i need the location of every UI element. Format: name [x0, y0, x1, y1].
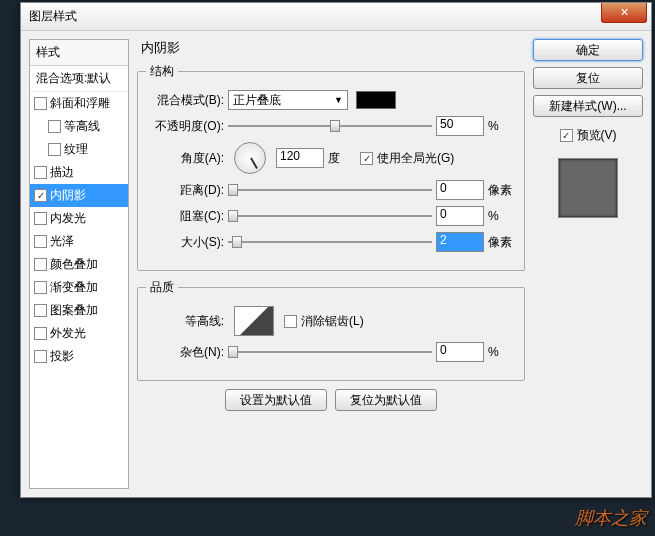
ok-button[interactable]: 确定 [533, 39, 643, 61]
opacity-label: 不透明度(O): [146, 118, 224, 135]
style-checkbox[interactable] [34, 304, 47, 317]
style-checkbox[interactable] [34, 258, 47, 271]
size-input[interactable]: 2 [436, 232, 484, 252]
style-label: 纹理 [64, 141, 88, 158]
style-item[interactable]: 内发光 [30, 207, 128, 230]
size-label: 大小(S): [146, 234, 224, 251]
style-checkbox[interactable] [34, 97, 47, 110]
global-light-label: 使用全局光(G) [377, 150, 454, 167]
contour-picker[interactable] [234, 306, 274, 336]
style-item[interactable]: 描边 [30, 161, 128, 184]
styles-list: 样式 混合选项:默认 斜面和浮雕等高线纹理描边内阴影内发光光泽颜色叠加渐变叠加图… [29, 39, 129, 489]
style-checkbox[interactable] [34, 166, 47, 179]
blend-mode-combo[interactable]: 正片叠底 ▼ [228, 90, 348, 110]
noise-input[interactable]: 0 [436, 342, 484, 362]
style-item[interactable]: 投影 [30, 345, 128, 368]
window-title: 图层样式 [29, 8, 77, 25]
reset-default-button[interactable]: 复位为默认值 [335, 389, 437, 411]
preview-checkbox[interactable] [560, 129, 573, 142]
structure-group: 结构 混合模式(B): 正片叠底 ▼ 不透明度(O): 50 % 角度(A [137, 63, 525, 271]
noise-slider[interactable] [228, 343, 432, 361]
antialias-label: 消除锯齿(L) [301, 313, 364, 330]
angle-input[interactable]: 120 [276, 148, 324, 168]
right-panel: 确定 复位 新建样式(W)... 预览(V) [533, 39, 643, 489]
contour-label: 等高线: [146, 313, 224, 330]
style-checkbox[interactable] [34, 350, 47, 363]
watermark: 脚本之家 [575, 506, 647, 530]
style-item[interactable]: 等高线 [30, 115, 128, 138]
style-item[interactable]: 颜色叠加 [30, 253, 128, 276]
titlebar[interactable]: 图层样式 ✕ [21, 3, 651, 31]
size-slider[interactable] [228, 233, 432, 251]
style-label: 描边 [50, 164, 74, 181]
style-item[interactable]: 斜面和浮雕 [30, 92, 128, 115]
quality-legend: 品质 [146, 279, 178, 296]
style-label: 渐变叠加 [50, 279, 98, 296]
shadow-color-swatch[interactable] [356, 91, 396, 109]
style-item[interactable]: 外发光 [30, 322, 128, 345]
style-item[interactable]: 光泽 [30, 230, 128, 253]
opacity-slider[interactable] [228, 117, 432, 135]
style-checkbox[interactable] [34, 281, 47, 294]
style-item[interactable]: 渐变叠加 [30, 276, 128, 299]
angle-label: 角度(A): [146, 150, 224, 167]
style-label: 等高线 [64, 118, 100, 135]
style-item[interactable]: 内阴影 [30, 184, 128, 207]
quality-group: 品质 等高线: 消除锯齿(L) 杂色(N): 0 % [137, 279, 525, 381]
noise-label: 杂色(N): [146, 344, 224, 361]
global-light-checkbox[interactable] [360, 152, 373, 165]
panel-title: 内阴影 [141, 39, 525, 57]
distance-slider[interactable] [228, 181, 432, 199]
distance-label: 距离(D): [146, 182, 224, 199]
style-checkbox[interactable] [34, 235, 47, 248]
style-label: 颜色叠加 [50, 256, 98, 273]
style-label: 斜面和浮雕 [50, 95, 110, 112]
antialias-checkbox[interactable] [284, 315, 297, 328]
layer-style-dialog: 图层样式 ✕ 样式 混合选项:默认 斜面和浮雕等高线纹理描边内阴影内发光光泽颜色… [20, 2, 652, 498]
choke-label: 阻塞(C): [146, 208, 224, 225]
style-label: 图案叠加 [50, 302, 98, 319]
close-button[interactable]: ✕ [601, 3, 647, 23]
choke-input[interactable]: 0 [436, 206, 484, 226]
angle-dial[interactable] [234, 142, 266, 174]
structure-legend: 结构 [146, 63, 178, 80]
settings-panel: 内阴影 结构 混合模式(B): 正片叠底 ▼ 不透明度(O): 50 % [137, 39, 525, 489]
style-checkbox[interactable] [34, 327, 47, 340]
style-label: 内阴影 [50, 187, 86, 204]
style-checkbox[interactable] [48, 143, 61, 156]
new-style-button[interactable]: 新建样式(W)... [533, 95, 643, 117]
chevron-down-icon: ▼ [334, 95, 343, 105]
preview-label: 预览(V) [577, 127, 617, 144]
distance-input[interactable]: 0 [436, 180, 484, 200]
style-checkbox[interactable] [34, 189, 47, 202]
choke-slider[interactable] [228, 207, 432, 225]
style-item[interactable]: 纹理 [30, 138, 128, 161]
cancel-button[interactable]: 复位 [533, 67, 643, 89]
style-checkbox[interactable] [34, 212, 47, 225]
style-item[interactable]: 图案叠加 [30, 299, 128, 322]
styles-header[interactable]: 样式 [30, 40, 128, 66]
blend-mode-label: 混合模式(B): [146, 92, 224, 109]
style-label: 内发光 [50, 210, 86, 227]
style-label: 光泽 [50, 233, 74, 250]
opacity-input[interactable]: 50 [436, 116, 484, 136]
style-checkbox[interactable] [48, 120, 61, 133]
blend-options-default[interactable]: 混合选项:默认 [30, 66, 128, 92]
style-label: 外发光 [50, 325, 86, 342]
style-label: 投影 [50, 348, 74, 365]
set-default-button[interactable]: 设置为默认值 [225, 389, 327, 411]
preview-swatch [558, 158, 618, 218]
